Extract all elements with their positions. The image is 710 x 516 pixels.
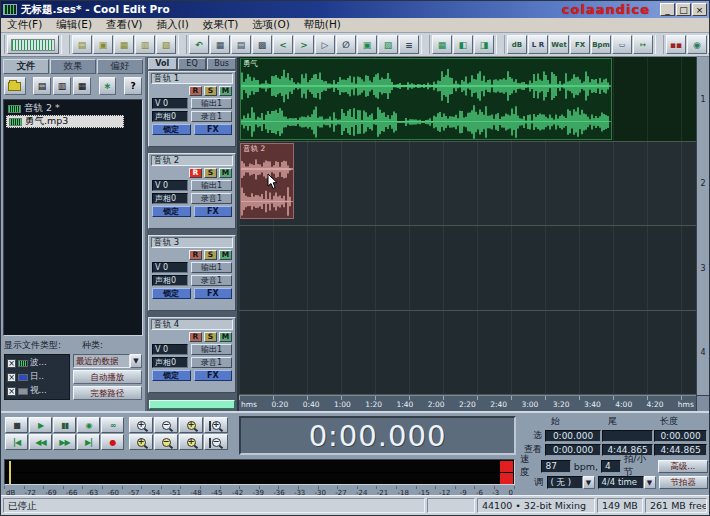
track-row-4[interactable] — [239, 311, 696, 396]
record-device-button[interactable]: 录音1 — [191, 275, 232, 286]
new-session-button[interactable]: ▤ — [72, 35, 92, 54]
file-item-track2[interactable]: 音轨 2 * — [6, 102, 140, 115]
mute-clip-button[interactable]: ∅ — [336, 35, 356, 54]
clip-properties-button[interactable]: ▤ — [231, 35, 251, 54]
fx-button[interactable]: FX — [194, 206, 233, 217]
play-looped-button[interactable]: ◉ — [77, 417, 100, 433]
zoom-out-edge-button[interactable]: − — [204, 434, 228, 450]
track-row-2[interactable]: 音轨 2 — [239, 142, 696, 227]
undo-button[interactable]: ↶ — [189, 35, 209, 54]
menu-options[interactable]: 选项(O) — [252, 18, 289, 32]
output-button[interactable]: 输出1 — [191, 180, 232, 191]
minimize-button[interactable]: _ — [660, 3, 675, 16]
output-button[interactable]: 输出1 — [191, 344, 232, 355]
track-name-field[interactable]: 音轨 1 — [151, 73, 233, 84]
zoom-sel-right-button[interactable]: + — [179, 434, 203, 450]
record-arm-button[interactable]: R — [189, 332, 202, 342]
solo-button[interactable]: S — [204, 86, 217, 96]
move-clip-tool-button[interactable]: ↦ — [633, 35, 653, 54]
autoplay-button[interactable]: 自动播放 — [73, 370, 142, 384]
track-row-3[interactable] — [239, 226, 696, 311]
mute-button[interactable]: M — [219, 332, 232, 342]
mute-button[interactable]: M — [219, 168, 232, 178]
go-to-start-button[interactable]: |◀ — [5, 434, 28, 450]
lock-clip-button[interactable]: ▧ — [378, 35, 398, 54]
rewind-button[interactable]: ◀◀ — [29, 434, 52, 450]
open-file-button[interactable] — [4, 77, 26, 95]
pan-field[interactable]: 声相0 — [152, 275, 188, 286]
level-meter[interactable] — [4, 459, 515, 485]
lock-button[interactable]: 锁定 — [152, 206, 191, 217]
lock-button[interactable]: 锁定 — [152, 288, 191, 299]
fx-button[interactable]: FX — [194, 370, 233, 381]
mute-button[interactable]: M — [219, 250, 232, 260]
output-button[interactable]: 输出1 — [191, 98, 232, 109]
volume-envelope-button[interactable]: dB — [507, 35, 527, 54]
tab-favorites[interactable]: 偏好 — [97, 59, 143, 74]
volume-field[interactable]: V 0 — [152, 262, 188, 273]
close-button[interactable]: × — [692, 3, 707, 16]
view-start-field[interactable]: 0:00.000 — [545, 444, 601, 456]
tab-bus[interactable]: Bus — [207, 58, 236, 70]
close-file-button[interactable]: ▤ — [33, 77, 51, 95]
menu-effects[interactable]: 效果(T) — [203, 18, 239, 32]
fullpath-button[interactable]: 完整路径 — [73, 386, 142, 400]
clip-color-button[interactable]: ▣ — [357, 35, 377, 54]
record-device-button[interactable]: 录音1 — [191, 193, 232, 204]
track-name-field[interactable]: 音轨 3 — [151, 237, 233, 248]
metronome-button[interactable]: 节拍器 — [659, 476, 709, 489]
open-file-button[interactable]: ▣ — [93, 35, 113, 54]
fx-envelope-button[interactable]: FX — [570, 35, 590, 54]
beats-per-bar-field[interactable]: 4 — [601, 460, 621, 473]
chevron-down-icon[interactable]: ▼ — [583, 476, 595, 489]
time-display[interactable]: 0:00.000 — [239, 416, 516, 455]
volume-field[interactable]: V 0 — [152, 344, 188, 355]
record-arm-button[interactable]: R — [189, 86, 202, 96]
pan-envelope-button[interactable]: L R — [528, 35, 548, 54]
selection-length-field[interactable]: 0:00.000 — [654, 430, 707, 442]
play-button[interactable]: ▶ — [29, 417, 52, 433]
lock-button[interactable]: 锁定 — [152, 124, 191, 135]
pause-button[interactable]: ▮▮ — [53, 417, 76, 433]
record-button[interactable]: ● — [101, 434, 124, 450]
mixdown-button[interactable]: ▦ — [210, 35, 230, 54]
track-row-1[interactable]: 勇气 — [239, 57, 696, 142]
record-arm-button[interactable]: R — [189, 250, 202, 260]
insert-to-multitrack-button[interactable]: ▥ — [53, 77, 71, 95]
wet-dry-envelope-button[interactable]: Wet — [549, 35, 569, 54]
selection-end-field[interactable] — [602, 430, 653, 442]
pan-field[interactable]: 声相0 — [152, 111, 188, 122]
file-properties-button[interactable]: ▦ — [73, 77, 91, 95]
restore-button[interactable]: □ — [676, 3, 691, 16]
track-name-field[interactable]: 音轨 2 — [151, 155, 233, 166]
zoom-sel-left-button[interactable]: − — [154, 434, 178, 450]
tab-eq[interactable]: EQ — [178, 58, 207, 70]
view-length-field[interactable]: 4:44.865 — [654, 444, 707, 456]
lock-button[interactable]: 锁定 — [152, 370, 191, 381]
session-properties-button[interactable]: ◧ — [453, 35, 473, 54]
chevron-down-icon[interactable]: ▼ — [130, 354, 142, 368]
mute-button[interactable]: M — [219, 86, 232, 96]
time-ruler[interactable]: hms0:200:401:001:201:402:002:202:403:003… — [239, 395, 696, 411]
pan-field[interactable]: 声相0 — [152, 357, 188, 368]
zoom-to-selection-button[interactable]: + — [129, 434, 153, 450]
import-file-button[interactable]: ▧ — [156, 35, 176, 54]
pan-field[interactable]: 声相0 — [152, 193, 188, 204]
align-clips-button[interactable]: ▷ — [315, 35, 335, 54]
record-device-button[interactable]: 录音1 — [191, 111, 232, 122]
file-item-selected[interactable]: 勇气.mp3 — [6, 115, 124, 128]
show-mixer-button[interactable]: ▦ — [432, 35, 452, 54]
selection-start-field[interactable]: 0:00.000 — [545, 430, 601, 442]
record-device-button[interactable]: 录音1 — [191, 357, 232, 368]
punch-in-button[interactable]: ▪▪ — [666, 35, 686, 54]
split-clip-button[interactable]: < — [273, 35, 293, 54]
tab-effects[interactable]: 效果 — [50, 59, 96, 74]
volume-field[interactable]: V 0 — [152, 180, 188, 191]
solo-button[interactable]: S — [204, 250, 217, 260]
multitrack-view-toggle-button[interactable] — [7, 35, 59, 54]
menu-view[interactable]: 查看(V) — [106, 18, 142, 32]
track-name-field[interactable]: 音轨 4 — [151, 319, 233, 330]
filter-midi-checkbox[interactable]: × 日.. — [7, 371, 67, 383]
go-to-end-button[interactable]: ▶| — [77, 434, 100, 450]
filter-video-checkbox[interactable]: × 视... — [7, 385, 67, 397]
